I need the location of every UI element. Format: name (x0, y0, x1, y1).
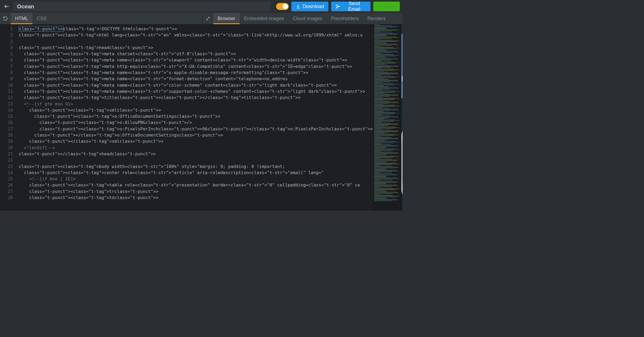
send-email-button[interactable]: Send Email (331, 2, 371, 11)
project-title-input[interactable] (13, 2, 271, 11)
save-button[interactable]: Save (373, 2, 400, 11)
preview-pane: ELLOWAVE Lorem ipsum dolor Lorem ipsum d… (401, 24, 402, 211)
dark-mode-toggle[interactable] (276, 3, 289, 10)
minimap[interactable] (373, 24, 401, 211)
email-preview: ELLOWAVE Lorem ipsum dolor Lorem ipsum d… (401, 34, 402, 211)
tab-placeholders[interactable]: Placeholders (327, 13, 363, 24)
yacht-image (401, 117, 402, 208)
send-icon (335, 4, 340, 9)
save-button-label: Save (385, 4, 396, 9)
topbar: Download Send Email Save (0, 0, 402, 13)
code-editor[interactable]: class="t-punct"><class="t-tag">!DOCTYPE … (16, 24, 373, 211)
download-button[interactable]: Download (291, 2, 328, 11)
tab-browser[interactable]: Browser (213, 13, 240, 24)
refresh-code-button[interactable] (0, 13, 11, 24)
preview-brand: ELLOWAVE (401, 47, 402, 83)
line-gutter: 1234567891011121314151617181920212223242… (0, 24, 16, 211)
download-button-label: Download (303, 4, 324, 9)
tab-embedded-images[interactable]: Embedded images (240, 13, 288, 24)
tab-row: HTML CSS Browser Embedded images Cloud i… (0, 13, 402, 24)
tab-cloud-images[interactable]: Cloud images (288, 13, 327, 24)
tab-html[interactable]: HTML (11, 13, 32, 24)
download-icon (296, 4, 301, 9)
code-pane: 1234567891011121314151617181920212223242… (0, 24, 401, 211)
send-email-button-label: Send Email (342, 1, 366, 12)
expand-preview-button[interactable] (203, 13, 213, 24)
back-button[interactable] (3, 2, 10, 10)
tab-css[interactable]: CSS (32, 13, 51, 24)
check-icon (378, 4, 382, 9)
tab-renders[interactable]: Renders (363, 13, 390, 24)
